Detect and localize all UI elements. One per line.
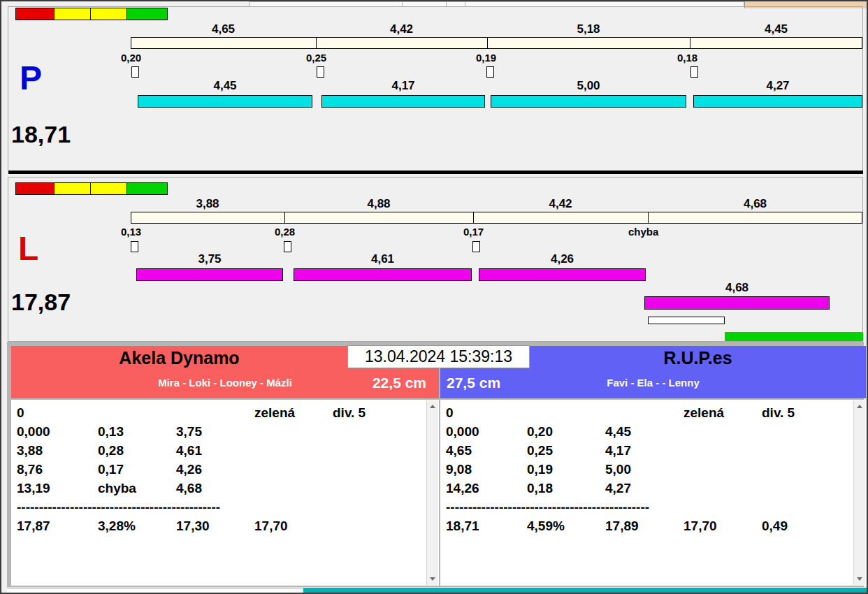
log-row: 3,880,284,61 <box>17 443 422 458</box>
log-cell <box>527 405 605 421</box>
lane-p-change-2: 0,25 <box>306 52 326 64</box>
light-yellow-2 <box>90 182 127 195</box>
lane-p-change-4: 0,18 <box>677 52 697 64</box>
lane-l-change-3: 0,17 <box>463 226 484 238</box>
lane-l-split-4: 4,68 <box>648 198 862 211</box>
log-row: 14,260,184,27 <box>446 481 849 496</box>
light-green <box>126 182 168 195</box>
log-row: 8,760,174,26 <box>17 462 422 477</box>
lane-p-dog-bar-1 <box>138 95 312 108</box>
left-log-scrollbar[interactable] <box>426 400 438 585</box>
scroll-down-icon <box>857 577 862 581</box>
log-cell: 0,13 <box>98 424 176 440</box>
right-log-panel: 0zelenádiv. 5 0,0000,204,45 4,650,254,17… <box>440 400 866 586</box>
log-cell <box>605 405 683 421</box>
log-cell <box>762 424 849 440</box>
log-cell <box>683 424 762 440</box>
left-team-name: Akela Dynamo <box>11 349 347 368</box>
log-cell <box>762 443 849 458</box>
timestamp-box: 13.04.2024 15:39:13 <box>347 345 530 368</box>
bottom-strip-white <box>7 588 303 593</box>
lane-l-dogtime-3: 4,26 <box>479 253 646 266</box>
log-cell: 9,08 <box>446 462 527 477</box>
lane-p-split-2: 4,42 <box>316 23 487 36</box>
scroll-down-button[interactable] <box>854 573 865 585</box>
segment-divider <box>316 38 317 48</box>
log-cell: 0,25 <box>527 443 605 458</box>
change-marker-box <box>131 241 138 252</box>
log-cell: 18,71 <box>446 519 527 534</box>
scroll-down-button[interactable] <box>427 573 438 585</box>
log-cell: 17,70 <box>254 519 333 534</box>
lane-p-change-3: 0,19 <box>476 52 496 64</box>
change-marker-box <box>317 66 324 78</box>
lane-p-dog-bar-2 <box>321 95 485 108</box>
log-cell: 8,76 <box>17 462 98 477</box>
log-cell: 0,49 <box>762 519 849 534</box>
log-cell: 0,19 <box>527 462 605 477</box>
lane-l-split-3: 4,42 <box>473 198 648 211</box>
lane-l-letter: L <box>18 231 38 268</box>
change-marker-box <box>690 66 698 78</box>
timestamp: 13.04.2024 15:39:13 <box>365 347 512 366</box>
lane-l-dog-bar-3 <box>479 268 646 281</box>
light-yellow-2 <box>90 8 127 20</box>
log-cell: 17,70 <box>683 519 762 534</box>
lane-p-dogtime-4: 4,27 <box>693 80 862 93</box>
log-cell: 4,26 <box>176 462 254 477</box>
log-cell: 3,75 <box>176 424 254 440</box>
lane-l-change-error: chyba <box>628 226 658 238</box>
light-yellow-1 <box>54 182 91 195</box>
segment-divider <box>690 38 690 48</box>
lane-l-green-bar <box>725 332 863 341</box>
segment-divider <box>473 212 474 223</box>
lane-l-dog-bar-2 <box>294 268 472 281</box>
lane-p-split-3: 5,18 <box>487 23 690 36</box>
lane-l-split-2: 4,88 <box>284 198 473 211</box>
lane-l-dogtime-1: 3,75 <box>136 253 283 266</box>
change-marker-box <box>284 241 291 252</box>
log-cell: chyba <box>98 481 176 496</box>
lane-p-total: 18,71 <box>11 122 71 147</box>
log-cell: 4,17 <box>605 443 683 458</box>
light-yellow-1 <box>54 8 91 20</box>
app-window: 4,65 4,42 5,18 4,45 0,20 0,25 0,19 0,18 … <box>0 0 868 594</box>
bottom-strip-teal <box>303 588 867 593</box>
left-log-panel: 0zelenádiv. 5 0,0000,133,75 3,880,284,61… <box>11 400 439 586</box>
log-cell <box>333 462 422 477</box>
log-cell: zelená <box>254 405 333 421</box>
scroll-up-button[interactable] <box>854 400 865 412</box>
scroll-down-icon <box>430 577 435 581</box>
log-cell <box>254 481 333 496</box>
lane-l-change-1: 0,13 <box>121 226 141 238</box>
log-cell <box>254 424 333 440</box>
log-cell: 5,00 <box>605 462 683 477</box>
scroll-up-button[interactable] <box>427 400 438 412</box>
log-cell <box>762 462 849 477</box>
log-cell: 0,20 <box>527 424 605 440</box>
change-marker-box <box>472 241 480 252</box>
log-row: 9,080,195,00 <box>446 462 849 477</box>
log-row-totals: 17,873,28%17,3017,70 <box>17 519 422 534</box>
log-cell: 4,68 <box>176 481 254 496</box>
log-divider: ----------------------------------------… <box>446 500 649 515</box>
log-cell: 0,000 <box>17 424 98 440</box>
log-cell: 0 <box>17 405 98 421</box>
log-cell <box>333 424 422 440</box>
log-cell: 17,87 <box>17 519 98 534</box>
log-row: 0,0000,204,45 <box>446 424 849 440</box>
log-cell <box>254 443 333 458</box>
lane-p-segment-bar <box>131 37 862 49</box>
segment-divider <box>487 38 488 48</box>
log-cell <box>762 481 849 496</box>
log-cell: 4,59% <box>527 519 605 534</box>
right-team-name: R.U.P.es <box>530 349 866 368</box>
lane-p-dogtime-1: 4,45 <box>138 80 312 93</box>
log-cell: 4,45 <box>605 424 683 440</box>
right-log-scrollbar[interactable] <box>853 400 865 585</box>
lane-p-letter: P <box>20 60 42 97</box>
log-cell: 4,61 <box>176 443 254 458</box>
log-cell <box>683 443 762 458</box>
lane-p-dogtime-3: 5,00 <box>491 80 686 93</box>
log-cell: div. 5 <box>762 405 849 421</box>
